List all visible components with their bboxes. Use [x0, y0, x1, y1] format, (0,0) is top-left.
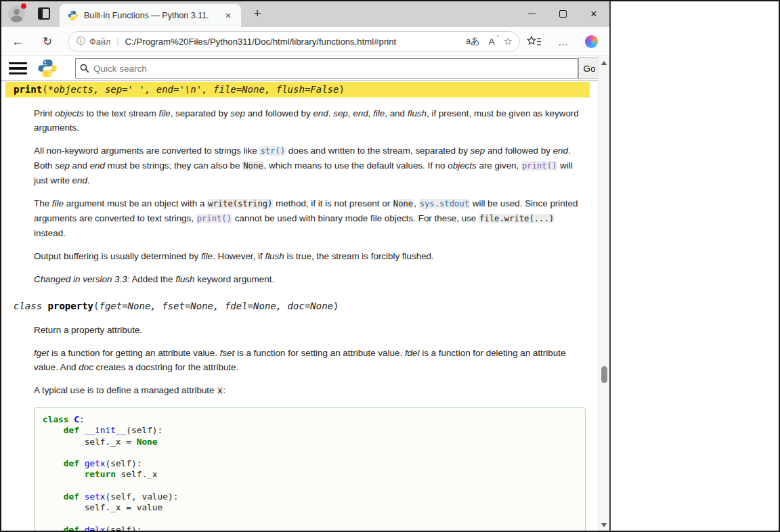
doc-paragraph: The file argument must be an object with… — [34, 196, 586, 240]
site-info-icon[interactable]: ⓘ — [77, 35, 85, 47]
add-favorite-icon[interactable]: ☆ — [504, 35, 513, 47]
maximize-icon — [559, 10, 567, 18]
favorites-icon[interactable] — [527, 36, 542, 47]
quick-search-box[interactable] — [75, 58, 578, 79]
search-icon — [80, 64, 89, 73]
url-text[interactable]: C:/Program%20Files/Python311/Doc/html/li… — [125, 37, 457, 47]
tab-title: Built-in Functions — Python 3.11. — [84, 11, 222, 20]
avatar-head — [14, 9, 20, 15]
python-favicon — [68, 10, 79, 21]
minimize-icon — [528, 14, 536, 14]
screenshot-frame: Built-in Functions — Python 3.11. ✕ + ✕ … — [0, 0, 780, 532]
reload-button[interactable]: ↻ — [37, 30, 58, 52]
doc-changed-note: Changed in version 3.3: Added the flush … — [34, 272, 586, 286]
doc-paragraph: Output buffering is usually determined b… — [34, 249, 586, 263]
page-scrollbar[interactable] — [598, 56, 609, 532]
doc-link[interactable]: print() — [521, 161, 557, 171]
property-description: Return a property attribute. fget is a f… — [34, 323, 586, 532]
avatar-body — [11, 16, 22, 22]
browser-toolbar: ← ↻ ⓘ Файл | C:/Program%20Files/Python31… — [0, 27, 609, 56]
settings-more-icon[interactable]: … — [558, 36, 569, 47]
menu-hamburger-icon[interactable] — [9, 62, 27, 75]
back-button[interactable]: ← — [7, 30, 28, 52]
docs-page-header: Go — [0, 56, 609, 81]
python-logo — [37, 58, 58, 79]
doc-link[interactable]: sys.stdout — [419, 199, 470, 208]
read-aloud-icon[interactable]: A — [489, 37, 495, 47]
scroll-down-icon[interactable] — [601, 523, 607, 527]
maximize-button[interactable] — [547, 0, 578, 27]
window-controls: ✕ — [516, 0, 609, 27]
browser-window: Built-in Functions — Python 3.11. ✕ + ✕ … — [0, 0, 611, 532]
copilot-icon[interactable] — [585, 35, 598, 48]
notification-dot — [21, 3, 26, 9]
doc-paragraph: All non-keyword arguments are converted … — [34, 143, 586, 187]
toolbar-right: … — [527, 35, 598, 48]
scrollbar-thumb[interactable] — [601, 366, 607, 383]
url-scheme-label: Файл — [89, 37, 110, 47]
print-signature: print(*objects, sep=' ', end='\n', file=… — [5, 82, 590, 97]
address-bar[interactable]: ⓘ Файл | C:/Program%20Files/Python311/Do… — [68, 31, 520, 52]
doc-paragraph: fget is a function for getting an attrib… — [34, 346, 586, 374]
new-tab-button[interactable]: + — [249, 5, 265, 22]
minimize-button[interactable] — [516, 0, 547, 27]
property-signature: class property(fget=None, fset=None, fde… — [5, 298, 590, 314]
scroll-up-icon[interactable] — [601, 61, 607, 65]
tab-actions-menu-icon[interactable] — [38, 7, 50, 20]
doc-paragraph: A typical use is to define a managed att… — [34, 383, 586, 398]
doc-link[interactable]: print() — [196, 214, 232, 223]
code-example: class C: def __init__(self): self._x = N… — [34, 407, 586, 532]
print-description: Print objects to the text stream file, s… — [34, 106, 586, 286]
doc-paragraph: Print objects to the text stream file, s… — [34, 106, 586, 135]
search-input[interactable] — [93, 64, 573, 74]
browser-tab[interactable]: Built-in Functions — Python 3.11. ✕ — [60, 4, 241, 27]
browser-titlebar: Built-in Functions — Python 3.11. ✕ + ✕ — [0, 0, 609, 27]
doc-link[interactable]: str() — [259, 146, 286, 156]
doc-paragraph: Return a property attribute. — [34, 323, 586, 337]
window-close-button[interactable]: ✕ — [578, 0, 609, 27]
translate-icon[interactable]: aあ — [466, 35, 480, 47]
docs-content: print(*objects, sep=' ', end='\n', file=… — [0, 82, 597, 532]
url-divider: | — [116, 37, 118, 46]
tab-close-icon[interactable]: ✕ — [222, 9, 234, 22]
web-page: Go print(*objects, sep=' ', end='\n', fi… — [0, 56, 609, 532]
